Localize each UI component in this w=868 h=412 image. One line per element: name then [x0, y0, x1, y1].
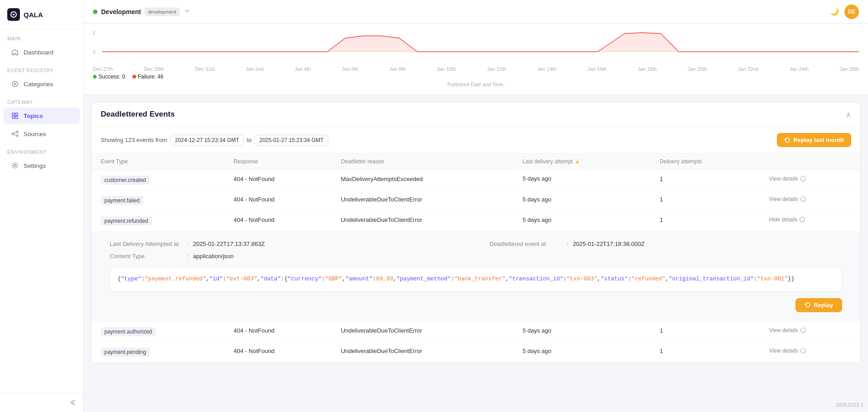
last-delivery-cell: 5 days ago	[513, 190, 651, 211]
sidebar-item-settings[interactable]: Settings	[4, 157, 80, 174]
svg-text:i: i	[802, 218, 803, 222]
table-row: payment.pending 404 - NotFound Undeliver…	[92, 342, 860, 362]
response-cell: 404 - NotFound	[224, 321, 332, 342]
table-row: payment.failed 404 - NotFound Undelivera…	[92, 190, 860, 211]
col-last-delivery: Last delivery attempt	[513, 154, 651, 170]
sidebar-item-topics[interactable]: Topics	[4, 108, 80, 124]
sidebar: QALA Main Dashboard Event Registry Categ…	[0, 0, 84, 412]
json-brace-open: {	[117, 276, 121, 282]
svg-text:i: i	[803, 329, 804, 333]
replay-row-button-container: Replay	[110, 298, 842, 312]
sidebar-item-dashboard[interactable]: Dashboard	[4, 44, 80, 60]
response-cell: 404 - NotFound	[224, 342, 332, 362]
event-type-cell: customer.created	[92, 170, 224, 190]
success-dot	[93, 75, 97, 78]
event-type-badge: payment.pending	[101, 348, 150, 357]
sidebar-item-sources-label: Sources	[24, 131, 46, 137]
event-type-badge: payment.failed	[101, 196, 143, 205]
detail-row: Last Delivery Attempted at : 2025-01-22T…	[92, 231, 860, 321]
event-type-badge: customer.created	[101, 176, 150, 185]
detail-cell: Last Delivery Attempted at : 2025-01-22T…	[92, 231, 860, 321]
response-cell: 404 - NotFound	[224, 170, 332, 190]
view-details-button[interactable]: View details i	[769, 196, 851, 202]
event-type-cell: payment.pending	[92, 342, 224, 362]
avatar: DE	[844, 5, 859, 19]
deadlettered-at-label: Deadlettered event at	[490, 240, 562, 247]
chart-x-labels: Dec 27th Dec 29th Dec 31st Jan 2nd Jan 4…	[93, 66, 859, 72]
version-badge: 2025.0122.1	[836, 402, 863, 407]
deadletter-reason-cell: UndeliverableDueToClientError	[332, 321, 514, 342]
last-delivery-cell: 5 days ago	[513, 170, 651, 190]
action-cell: View details i	[760, 342, 860, 362]
table-row: payment.refunded 404 - NotFound Undelive…	[92, 211, 860, 231]
svg-text:2: 2	[93, 30, 96, 35]
detail-deadlettered-at: Deadlettered event at : 2025-01-22T17:18…	[490, 240, 843, 247]
col-event-type: Event Type	[92, 154, 224, 170]
svg-rect-5	[12, 116, 15, 118]
detail-grid: Last Delivery Attempted at : 2025-01-22T…	[110, 240, 842, 260]
sidebar-item-categories[interactable]: Categories	[4, 76, 80, 92]
sidebar-item-dashboard-label: Dashboard	[24, 49, 54, 56]
table-header: Event Type Response Deadletter reason La…	[92, 154, 860, 170]
hide-details-button[interactable]: Hide details i	[769, 216, 851, 223]
svg-point-8	[12, 133, 14, 135]
to-text: to	[247, 137, 252, 143]
last-delivery-label: Last Delivery Attempted at	[110, 240, 182, 247]
chart-svg: 2 0	[93, 29, 859, 56]
chart-area: 2 0	[93, 29, 859, 65]
logo-icon	[7, 8, 20, 21]
replay-last-month-label: Replay last month	[793, 137, 844, 143]
replay-last-month-button[interactable]: Replay last month	[777, 133, 851, 147]
action-cell: View details i	[760, 190, 860, 211]
chevron-down-icon[interactable]	[184, 8, 190, 15]
col-delivery-attempts: Delivery attempts	[651, 154, 760, 170]
legend-failure: Failure: 46	[132, 74, 164, 80]
showing-text: Showing 123 events from	[101, 137, 167, 143]
event-type-cell: payment.failed	[92, 190, 224, 211]
chart-footer-label: Published Date and Time.	[93, 82, 859, 87]
collapse-sidebar-button[interactable]	[0, 393, 83, 412]
logo-text: QALA	[24, 11, 43, 19]
response-cell: 404 - NotFound	[224, 190, 332, 211]
sidebar-item-settings-label: Settings	[24, 162, 46, 169]
page-content: 2 0 Dec 27th Dec 29th Dec 31st Jan 2nd J…	[84, 24, 868, 412]
legend-success: Success: 0	[93, 74, 125, 80]
view-details-button[interactable]: View details i	[769, 327, 851, 334]
action-cell: View details i	[760, 321, 860, 342]
delivery-attempts-cell: 1	[651, 342, 760, 362]
sidebar-logo: QALA	[0, 0, 83, 29]
from-date-badge[interactable]: 2024-12-27 15:23:34 GMT	[170, 135, 244, 146]
to-date-badge[interactable]: 2025-01-27 15:23:34 GMT	[254, 135, 328, 146]
replay-button[interactable]: Replay	[795, 298, 842, 312]
home-icon	[11, 48, 19, 56]
section-label-environment: Environment	[0, 143, 83, 157]
chart-section: 2 0 Dec 27th Dec 29th Dec 31st Jan 2nd J…	[84, 24, 868, 95]
deadletter-reason-cell: MaxDeliveryAttemptsExceeded	[332, 170, 514, 190]
table-row: payment.authorized 404 - NotFound Undeli…	[92, 321, 860, 342]
svg-text:i: i	[803, 349, 804, 353]
topbar-left: Development development	[93, 8, 190, 16]
deadletter-reason-cell: UndeliverableDueToClientError	[332, 211, 514, 231]
svg-point-1	[13, 14, 15, 15]
delivery-attempts-cell: 1	[651, 211, 760, 231]
view-details-button[interactable]: View details i	[769, 348, 851, 354]
filter-text: Showing 123 events from 2024-12-27 15:23…	[101, 135, 328, 146]
theme-toggle-icon[interactable]: 🌙	[830, 7, 839, 16]
svg-rect-3	[12, 113, 15, 115]
event-type-cell: payment.authorized	[92, 321, 224, 342]
detail-content-type: Content Type : application/json	[110, 253, 463, 260]
svg-point-10	[14, 165, 16, 167]
action-cell: View details i	[760, 170, 860, 190]
sidebar-item-sources[interactable]: Sources	[4, 126, 80, 142]
chart-legend: Success: 0 Failure: 46	[93, 74, 859, 80]
collapse-button[interactable]: ∧	[846, 110, 851, 119]
col-actions	[760, 154, 860, 170]
view-details-button[interactable]: View details i	[769, 176, 851, 182]
deadletter-reason-cell: UndeliverableDueToClientError	[332, 342, 514, 362]
delivery-attempts-cell: 1	[651, 321, 760, 342]
svg-point-7	[16, 131, 18, 133]
env-name: Development	[101, 8, 141, 15]
svg-text:i: i	[803, 197, 804, 201]
table-row: customer.created 404 - NotFound MaxDeliv…	[92, 170, 860, 190]
event-type-badge: payment.authorized	[101, 327, 156, 336]
